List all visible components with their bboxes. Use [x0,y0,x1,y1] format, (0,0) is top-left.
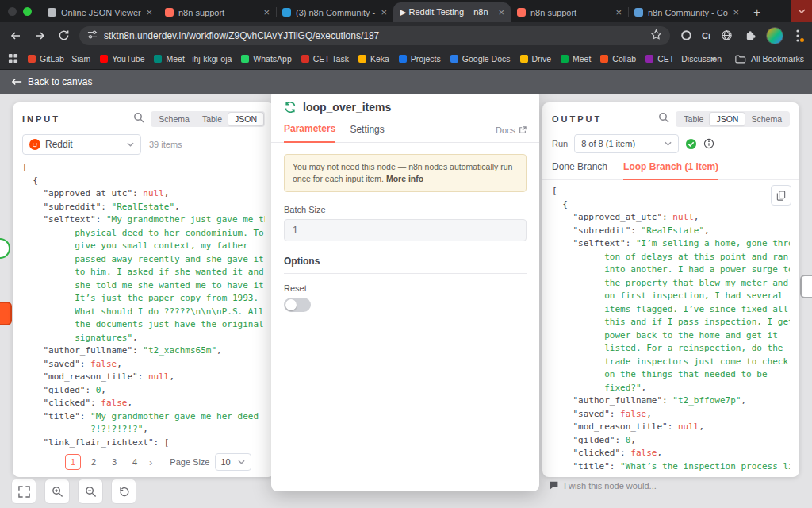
output-view-tab-table[interactable]: Table [677,113,710,125]
reset-toggle[interactable] [284,298,311,312]
bookmark-item[interactable]: CET Task [301,54,349,64]
canvas-node-reddit[interactable] [0,302,12,325]
json-line: on the things that needed to be [552,368,790,382]
pagination-page-1[interactable]: 1 [65,454,81,470]
info-icon[interactable] [703,138,714,149]
json-line: "saved": false, [22,358,265,371]
batch-size-input[interactable]: 1 [284,219,527,241]
tab-favicon-icon [165,8,174,17]
tab-close-icon[interactable]: × [263,7,270,17]
canvas-node-partial-circle[interactable] [0,238,10,259]
json-line: "author_fullname": "t2_xachms65m", [22,344,265,358]
bookmark-star-icon[interactable] [650,29,662,43]
json-line: [ [22,161,265,175]
bookmark-label: YouTube [112,54,144,64]
fit-view-button[interactable] [11,479,36,504]
globe-icon[interactable] [718,28,734,44]
reload-button[interactable] [56,28,71,44]
docs-link[interactable]: Docs [496,125,527,142]
input-view-tab-table[interactable]: Table [196,113,228,125]
input-view-tab-schema[interactable]: Schema [152,113,196,125]
json-line: "title": "My grandmother gave me her dee… [22,410,265,424]
node-feedback-prompt[interactable]: I wish this node would... [549,480,657,491]
bookmark-label: Google Docs [462,54,511,64]
window-close-button[interactable] [8,7,17,16]
site-settings-icon[interactable] [87,29,98,42]
bookmark-item[interactable]: Drive [520,54,552,64]
browser-tab[interactable]: ▶ Reddit Testing – n8n× [393,2,511,22]
pagination-next-icon[interactable]: › [149,456,152,468]
bookmark-item[interactable]: Meet - ihj-kkgi-oja [154,54,232,64]
tab-close-icon[interactable]: × [146,7,152,17]
browser-tab[interactable]: n8n support× [159,2,276,22]
zoom-out-button[interactable] [78,479,103,504]
bookmarks-overflow-icon[interactable]: » [710,53,716,64]
json-line: "subreddit": "RealEstate", [22,201,265,214]
zoom-in-button[interactable] [44,479,70,504]
pagination-page-4[interactable]: 4 [127,454,143,470]
tab-search-button[interactable] [791,0,812,22]
input-items-count: 39 items [149,140,182,149]
input-source-select[interactable]: Reddit [22,134,141,155]
page-size-label: Page Size [170,457,209,467]
node-tab-settings[interactable]: Settings [350,124,384,142]
bookmark-item[interactable]: GitLab - Siam [28,54,90,64]
bookmark-item[interactable]: YouTube [100,54,144,64]
extension-ci-icon[interactable]: Ci [702,31,710,40]
window-controls[interactable] [0,0,41,22]
node-modal-tabs: ParametersSettingsDocs [271,123,539,143]
input-search-icon[interactable] [133,112,144,126]
window-zoom-button[interactable] [23,7,32,16]
output-search-icon[interactable] [658,112,669,126]
tab-close-icon[interactable]: × [733,7,739,17]
json-line: passed away recently and she gave it [22,253,265,267]
browser-tab[interactable]: Online JSON Viewer and...× [41,2,159,22]
bookmark-item[interactable]: Keka [358,54,389,64]
json-line: "clicked": false, [552,447,790,460]
branch-tab[interactable]: Done Branch [552,161,607,179]
pagination-page-2[interactable]: 2 [86,454,102,470]
extension-ring-icon[interactable] [678,28,694,44]
bookmark-item[interactable]: Projects [399,54,441,64]
back-button[interactable] [8,28,24,44]
bookmark-favicon-icon [645,55,653,63]
tab-close-icon[interactable]: × [498,7,504,17]
pagination-pages: 1234 [65,454,143,470]
bookmark-item[interactable]: Google Docs [450,54,511,64]
address-bar[interactable]: stktn8n.underdev.in/workflow/Z9QvhClAvYJ… [79,26,670,45]
output-view-tab-schema[interactable]: Schema [745,113,788,125]
all-bookmarks-button[interactable]: All Bookmarks [735,54,804,64]
bookmark-item[interactable]: Meet [561,54,591,64]
pagination-page-3[interactable]: 3 [106,454,122,470]
more-info-link[interactable]: More info [386,174,423,183]
profile-avatar[interactable] [766,27,783,44]
page-size-select[interactable]: 10 [215,453,251,471]
copy-output-button[interactable] [771,185,791,206]
browser-tab[interactable]: n8n Community - Conn...× [628,2,745,22]
json-line: the property that blew my meter and [552,277,790,291]
run-select[interactable]: 8 of 8 (1 item) [574,134,679,153]
browser-tab[interactable]: (3) n8n Community - Co...× [276,2,393,22]
reset-zoom-button[interactable] [111,479,136,504]
input-json-view[interactable]: [ { "approved_at_utc": null, "subreddit"… [22,161,265,456]
output-view-tab-json[interactable]: JSON [710,113,745,125]
input-view-tab-json[interactable]: JSON [228,113,263,125]
forward-button[interactable] [32,28,48,44]
node-tab-parameters[interactable]: Parameters [284,123,335,143]
apps-grid-icon[interactable] [8,53,18,65]
canvas-node-partial-right[interactable] [800,275,812,298]
tab-strip: Online JSON Viewer and...×n8n support×(3… [0,0,812,22]
bookmark-item[interactable]: WhatsApp [241,54,291,64]
tab-close-icon[interactable]: × [615,7,622,17]
extensions-puzzle-icon[interactable] [742,28,758,44]
json-line: "saved": false, [552,408,790,421]
back-to-canvas-link[interactable]: Back to canvas [11,76,92,87]
tab-close-icon[interactable]: × [381,7,387,17]
new-tab-button[interactable]: + [745,2,768,22]
browser-menu-icon[interactable] [791,28,804,44]
browser-tab[interactable]: n8n support× [511,2,628,22]
output-json-view[interactable]: [ { "approved_at_utc": null, "subreddit"… [552,185,790,477]
bookmark-item[interactable]: Collab [600,54,636,64]
branch-tab[interactable]: Loop Branch (1 item) [623,161,718,180]
chevron-down-icon [665,141,672,146]
